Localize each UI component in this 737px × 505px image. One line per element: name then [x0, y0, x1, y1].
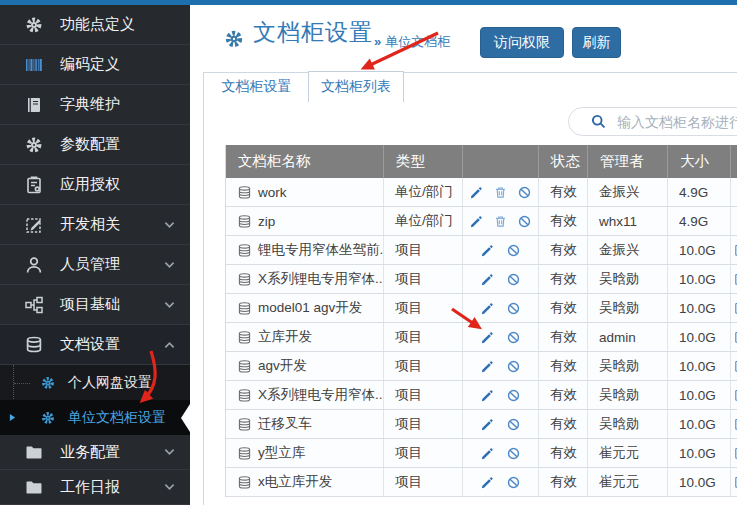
refresh-button[interactable]: 刷新: [572, 27, 621, 58]
cabinet-name: 锂电专用窄体坐驾前...: [258, 241, 384, 259]
table-header-cell: [463, 145, 539, 178]
actions-cell: [463, 294, 539, 322]
table-row-7: X系列锂电专用窄体...项目有效吴晗勋10.0G: [226, 381, 737, 410]
clipped-action-icon[interactable]: [733, 388, 737, 402]
actions-cell: [463, 178, 539, 206]
table-header-cell: 类型: [384, 145, 463, 178]
clipped-action-icon[interactable]: [733, 243, 737, 257]
manager-cell: 吴晗勋: [588, 265, 668, 293]
clipped-action-icon[interactable]: [733, 301, 737, 315]
sidebar-item-3[interactable]: 参数配置: [0, 125, 190, 165]
clipped-action-icon[interactable]: [733, 359, 737, 373]
cabinet-name: y型立库: [258, 444, 305, 462]
manager-cell: 吴晗勋: [588, 381, 668, 409]
sidebar-item-label: 功能点定义: [60, 15, 135, 34]
edit-icon[interactable]: [480, 301, 495, 316]
size-cell: 10.0G: [668, 294, 731, 322]
clipped-extra-cell: [731, 323, 737, 351]
sidebar-subitem-1-active[interactable]: 单位文档柜设置: [0, 400, 190, 435]
chevron-down-icon: [164, 221, 175, 229]
edit-icon[interactable]: [480, 330, 495, 345]
clipped-action-icon[interactable]: [733, 272, 737, 286]
table-row-2: 锂电专用窄体坐驾前...项目有效金振兴10.0G: [226, 236, 737, 265]
manager-cell: whx11: [588, 207, 668, 235]
actions-cell: [463, 236, 539, 264]
cabinet-icon: [237, 475, 252, 490]
block-icon[interactable]: [517, 185, 532, 200]
cabinet-name: X系列锂电专用窄体...: [258, 386, 384, 404]
type-cell: 项目: [384, 236, 463, 264]
sidebar-item-7[interactable]: 项目基础: [0, 285, 190, 325]
sidebar-item-2[interactable]: 字典维护: [0, 85, 190, 125]
block-icon[interactable]: [506, 446, 521, 461]
block-icon[interactable]: [506, 475, 521, 490]
folder-icon: [24, 442, 44, 462]
manager-cell: 崔元元: [588, 439, 668, 467]
type-cell: 项目: [384, 468, 463, 496]
edit-icon[interactable]: [480, 417, 495, 432]
clipped-extra-cell: [731, 207, 737, 235]
edit-icon[interactable]: [480, 475, 495, 490]
block-icon[interactable]: [517, 214, 532, 229]
sidebar-item-4[interactable]: 应用授权: [0, 165, 190, 205]
table-row-10: x电立库开发项目有效崔元元10.0G: [226, 468, 737, 497]
sidebar-item-6[interactable]: 人员管理: [0, 245, 190, 285]
manager-cell: 金振兴: [588, 236, 668, 264]
edit-icon[interactable]: [469, 214, 484, 229]
sidebar-item-9[interactable]: 业务配置: [0, 435, 190, 470]
edit-icon[interactable]: [480, 243, 495, 258]
size-cell: 4.9G: [668, 178, 731, 206]
sidebar-item-10[interactable]: 工作日报: [0, 470, 190, 505]
cabinet-icon: [237, 301, 252, 316]
block-icon[interactable]: [506, 388, 521, 403]
sidebar-item-0[interactable]: 功能点定义: [0, 5, 190, 45]
edit-icon[interactable]: [480, 388, 495, 403]
active-item-notch: [181, 404, 190, 432]
actions-cell: [463, 352, 539, 380]
sidebar-item-8[interactable]: 文档设置: [0, 325, 190, 365]
actions-cell: [463, 468, 539, 496]
gear-icon: [40, 375, 56, 391]
clipped-action-icon[interactable]: [733, 446, 737, 460]
sidebar-item-5[interactable]: 开发相关: [0, 205, 190, 245]
block-icon[interactable]: [506, 301, 521, 316]
orgchart-icon: [24, 295, 44, 315]
block-icon[interactable]: [506, 272, 521, 287]
cabinet-name: x电立库开发: [258, 473, 332, 491]
actions-cell: [463, 265, 539, 293]
edit-icon[interactable]: [480, 446, 495, 461]
delete-icon[interactable]: [493, 185, 508, 200]
cabinet-name-cell: X系列锂电专用窄体...: [226, 381, 384, 409]
breadcrumb-label: 单位文档柜: [385, 34, 450, 49]
clipped-action-icon[interactable]: [733, 475, 737, 489]
clipped-action-icon[interactable]: [733, 330, 737, 344]
status-cell: 有效: [539, 265, 588, 293]
block-icon[interactable]: [506, 330, 521, 345]
block-icon[interactable]: [506, 417, 521, 432]
tab-cabinet-list[interactable]: 文档柜列表: [308, 71, 404, 102]
table-row-0: work单位/部门有效金振兴4.9G: [226, 178, 737, 207]
cabinet-icon: [237, 330, 252, 345]
table-row-1: zip单位/部门有效whx114.9G: [226, 207, 737, 236]
delete-icon[interactable]: [493, 214, 508, 229]
edit-icon[interactable]: [480, 272, 495, 287]
cabinet-icon: [237, 243, 252, 258]
clipped-action-icon[interactable]: [733, 417, 737, 431]
chevron-down-icon: [164, 301, 175, 309]
cabinet-name: X系列锂电专用窄体...: [258, 270, 384, 288]
clipped-extra-cell: [731, 294, 737, 322]
search-input[interactable]: [615, 113, 737, 131]
chevron-up-icon: [164, 341, 175, 349]
edit-icon[interactable]: [469, 185, 484, 200]
block-icon[interactable]: [506, 243, 521, 258]
tab-cabinet-settings[interactable]: 文档柜设置: [205, 72, 308, 101]
clipboard-icon: [24, 175, 44, 195]
sidebar-item-label: 参数配置: [60, 135, 120, 154]
size-cell: 10.0G: [668, 410, 731, 438]
sidebar-subitem-0[interactable]: 个人网盘设置: [0, 365, 190, 400]
edit-icon[interactable]: [480, 359, 495, 374]
access-permissions-button[interactable]: 访问权限: [480, 27, 564, 58]
sidebar-item-1[interactable]: 编码定义: [0, 45, 190, 85]
cabinet-icon: [237, 359, 252, 374]
block-icon[interactable]: [506, 359, 521, 374]
